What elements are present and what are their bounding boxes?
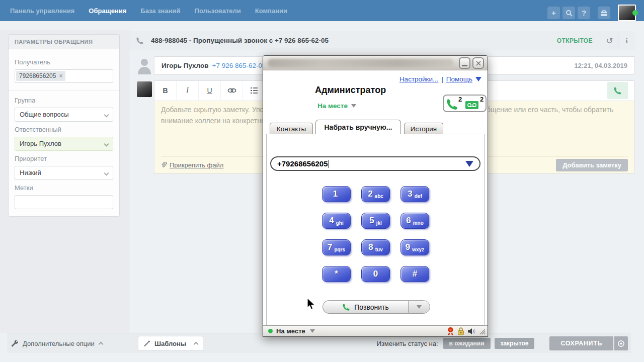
underline-button[interactable]: U xyxy=(199,81,221,100)
help-dropdown-icon[interactable] xyxy=(475,77,481,81)
italic-button[interactable]: I xyxy=(177,81,199,100)
history-icon: ↺ xyxy=(606,37,613,45)
dialpad-key-8[interactable]: 8tuv xyxy=(361,239,390,255)
ordered-list-button[interactable] xyxy=(243,81,265,100)
briefcase-icon xyxy=(600,10,608,17)
templates-label: Шаблоны xyxy=(154,340,186,347)
plus-icon: + xyxy=(551,9,556,17)
recipient-label: Получатель xyxy=(15,58,113,66)
chevron-down-icon xyxy=(104,142,109,147)
nav-item-companies[interactable]: Компании xyxy=(255,7,287,15)
search-icon xyxy=(566,10,573,17)
phone-icon xyxy=(613,86,622,95)
nav-item-knowledge-base[interactable]: База знаний xyxy=(140,7,180,15)
dialpad-key-9[interactable]: 9wxyz xyxy=(400,239,429,255)
dialpad-key-4[interactable]: 4ghi xyxy=(322,213,351,229)
tab-history[interactable]: История xyxy=(404,123,443,134)
info-button[interactable]: i xyxy=(618,31,635,50)
group-select[interactable]: Общие вопросы xyxy=(15,108,113,122)
templates-button[interactable]: Шаблоны xyxy=(138,336,203,351)
call-back-button[interactable] xyxy=(607,82,628,99)
more-options-toggle[interactable]: Дополнительные опции xyxy=(10,333,103,353)
search-button[interactable] xyxy=(562,7,575,19)
ticket-title: 488-988045 - Пропущенный звонок с +7 926… xyxy=(151,37,329,44)
tags-input[interactable] xyxy=(15,195,113,209)
resize-grip[interactable] xyxy=(478,328,486,335)
more-options-label: Дополнительные опции xyxy=(23,340,95,347)
ticket-status-badge[interactable]: ОТКРЫТОЕ xyxy=(549,37,601,44)
nav-item-dashboard[interactable]: Панель управления xyxy=(10,7,74,15)
tab-contacts[interactable]: Контакты xyxy=(270,123,313,134)
dialpad-key-2[interactable]: 2abc xyxy=(361,186,390,202)
dialpad-key-hash[interactable]: # xyxy=(400,266,429,282)
message-phone-link[interactable]: +7 926 865-62-05 xyxy=(212,62,266,69)
dialpad-key-star[interactable]: * xyxy=(322,266,351,282)
assignee-label: Ответственный xyxy=(15,126,113,133)
call-options-dropdown[interactable] xyxy=(408,300,430,314)
recipient-input[interactable]: 79268656205 × xyxy=(15,69,113,83)
calls-voicemail-badge[interactable]: 2 2 xyxy=(443,95,487,112)
ticket-params-sidebar: ПАРАМЕТРЫ ОБРАЩЕНИЯ Получатель 792686562… xyxy=(0,30,129,333)
dialpad-key-1[interactable]: 1 xyxy=(322,186,351,202)
dialpad: 1 2abc 3def 4ghi 5jkl 6mno 7pqrs 8tuv 9w… xyxy=(322,186,429,282)
speaker-icon[interactable] xyxy=(467,327,476,335)
softphone-window: Настройки... | Помощь Администратор На м… xyxy=(263,55,488,337)
missed-calls-count: 2 xyxy=(458,96,462,103)
chevron-up-icon xyxy=(194,342,199,347)
nav-item-users[interactable]: Пользователи xyxy=(195,7,241,15)
user-avatar[interactable] xyxy=(618,5,636,21)
paperclip-icon xyxy=(161,162,167,169)
priority-select[interactable]: Низкий xyxy=(15,166,113,180)
assignee-select[interactable]: Игорь Пухлов xyxy=(15,137,113,151)
add-button[interactable]: + xyxy=(547,7,560,19)
target-icon xyxy=(617,340,625,347)
call-button[interactable]: Позвонить xyxy=(323,300,408,314)
call-button-label: Позвонить xyxy=(354,303,388,311)
help-link[interactable]: Помощь xyxy=(446,75,472,83)
status-closed-button[interactable]: закрытое xyxy=(495,338,535,349)
remove-tag-icon[interactable]: × xyxy=(59,72,62,79)
dialpad-key-7[interactable]: 7pqrs xyxy=(322,239,351,255)
history-button[interactable]: ↺ xyxy=(601,31,618,50)
softphone-statusbar: На месте xyxy=(263,325,488,336)
certificate-ribbon-icon xyxy=(447,327,454,336)
add-note-button[interactable]: Добавить заметку xyxy=(556,159,628,171)
chevron-down-icon xyxy=(417,305,422,309)
status-pending-button[interactable]: в ожидании xyxy=(443,338,491,349)
note-placeholder: бщение или его часть, чтобы обратить xyxy=(487,106,613,114)
statusbar-presence[interactable]: На месте xyxy=(276,327,305,335)
attach-file-link[interactable]: Прикрепить файл xyxy=(161,161,223,169)
priority-label: Приоритет xyxy=(15,155,113,162)
chevron-down-icon xyxy=(104,171,109,176)
message-timestamp: 12:21, 04.03.2019 xyxy=(574,62,627,69)
recipient-tag: 79268656205 × xyxy=(16,71,65,81)
dialpad-key-6[interactable]: 6mno xyxy=(400,213,429,229)
phone-icon xyxy=(446,98,458,111)
chevron-down-icon[interactable] xyxy=(310,329,315,333)
dialpad-key-0[interactable]: 0 xyxy=(361,266,390,282)
titlebar-blurred-text xyxy=(268,59,454,67)
chevron-up-icon xyxy=(98,342,103,347)
save-options-button[interactable] xyxy=(613,336,628,350)
text-caret xyxy=(329,160,330,168)
apps-button[interactable] xyxy=(598,7,610,19)
tab-dial-manually[interactable]: Набрать вручную... xyxy=(315,120,401,134)
save-button[interactable]: СОХРАНИТЬ xyxy=(549,336,613,350)
minimize-button[interactable] xyxy=(459,57,470,69)
dialpad-key-5[interactable]: 5jkl xyxy=(361,213,390,229)
nav-item-tickets[interactable]: Обращения xyxy=(89,7,126,15)
close-button[interactable] xyxy=(472,57,484,69)
tags-label: Метки xyxy=(15,184,113,192)
dialpad-key-3[interactable]: 3def xyxy=(400,186,429,202)
settings-link[interactable]: Настройки... xyxy=(399,75,438,83)
voicemail-count: 2 xyxy=(480,96,484,103)
ticket-header: 488-988045 - Пропущенный звонок с +7 926… xyxy=(129,31,635,50)
link-button[interactable] xyxy=(221,81,243,100)
bold-button[interactable]: B xyxy=(154,81,177,100)
contact-avatar-icon xyxy=(137,57,152,74)
softphone-titlebar[interactable] xyxy=(263,56,488,70)
help-button[interactable]: ? xyxy=(578,7,590,19)
presence-selector[interactable]: На месте xyxy=(317,102,356,110)
phone-number-input[interactable]: +79268656205 xyxy=(270,156,480,171)
number-dropdown-icon[interactable] xyxy=(465,161,473,167)
